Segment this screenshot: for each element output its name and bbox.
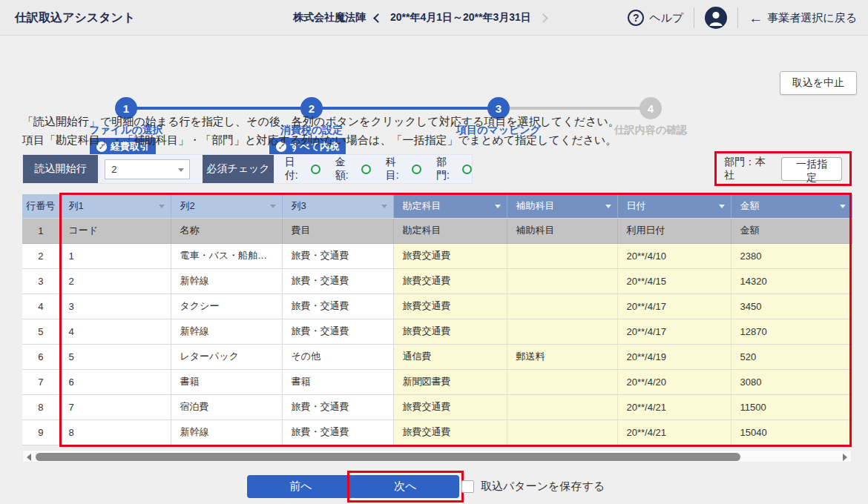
cell-subaccount bbox=[507, 243, 617, 268]
department-label: 部門：本社 bbox=[724, 156, 774, 182]
chevron-down-icon bbox=[159, 205, 165, 208]
row-number-cell: 6 bbox=[22, 344, 59, 369]
table-row: 54新幹線旅費・交通費旅費交通費20**/4/1712870 bbox=[22, 319, 852, 344]
cell-subaccount bbox=[507, 420, 617, 445]
check-account-label: 科目: bbox=[386, 156, 408, 182]
step-connector-1-2 bbox=[126, 107, 312, 110]
horizontal-scrollbar[interactable] bbox=[22, 450, 852, 462]
cell-col3: 旅費・交通費 bbox=[282, 294, 393, 319]
row-number-cell: 2 bbox=[22, 243, 59, 268]
prev-period-chevron-icon[interactable] bbox=[373, 13, 383, 23]
cell-subaccount bbox=[507, 394, 617, 420]
scroll-right-arrow-icon[interactable] bbox=[843, 454, 847, 461]
cell-subaccount: 補助科目 bbox=[507, 218, 617, 243]
cell-account: 旅費交通費 bbox=[393, 243, 507, 268]
help-label: ヘルプ bbox=[649, 11, 683, 25]
column-header-amount[interactable]: 金額 bbox=[731, 194, 852, 218]
cell-col3: 書籍 bbox=[282, 369, 393, 394]
cell-amount: 520 bbox=[731, 344, 852, 369]
chevron-down-icon bbox=[719, 205, 725, 208]
department-bulk-assign-box: 部門：本社 一括指定 bbox=[714, 151, 852, 186]
top-right-cluster: ? ヘルプ ← 事業者選択に戻る bbox=[628, 0, 857, 36]
company-name: 株式会社魔法陣 bbox=[293, 11, 366, 24]
help-button[interactable]: ? ヘルプ bbox=[628, 10, 683, 26]
cell-col2: レターパック bbox=[171, 344, 282, 369]
cell-amount: 12870 bbox=[731, 319, 852, 344]
cell-date: 20**/4/15 bbox=[617, 268, 731, 294]
cell-col1: 7 bbox=[59, 394, 171, 420]
row-number-cell: 3 bbox=[22, 268, 59, 294]
column-header-row: 行番号列1列2列3勘定科目補助科目日付金額 bbox=[22, 194, 852, 218]
user-avatar[interactable] bbox=[705, 7, 727, 29]
instruction-line-1: 「読込開始行」で明細の始まる行を指定し、その後、各列のボタンをクリックして対応す… bbox=[22, 112, 619, 130]
cell-amount: 14320 bbox=[731, 268, 852, 294]
preview-table: 行番号列1列2列3勘定科目補助科目日付金額 1コード名称費目勘定科目補助科目利用… bbox=[22, 194, 852, 445]
cell-account: 旅費交通費 bbox=[393, 420, 507, 445]
start-row-value: 2 bbox=[111, 164, 116, 175]
cell-account: 旅費交通費 bbox=[393, 319, 507, 344]
cell-amount: 3450 bbox=[731, 294, 852, 319]
step-4-circle: 4 bbox=[640, 97, 662, 119]
cell-col1: 5 bbox=[59, 344, 171, 369]
cell-col1: 6 bbox=[59, 369, 171, 394]
table-row: 87宿泊費旅費・交通費旅費交通費20**/4/2111500 bbox=[22, 394, 852, 420]
next-button[interactable]: 次へ bbox=[352, 475, 459, 498]
cell-account: 勘定科目 bbox=[393, 218, 507, 243]
previous-button[interactable]: 前へ bbox=[247, 475, 355, 498]
cell-col3: 費目 bbox=[282, 218, 393, 243]
table-row: 32新幹線旅費・交通費旅費交通費20**/4/1514320 bbox=[22, 268, 852, 294]
person-icon bbox=[705, 7, 727, 29]
app-title: 仕訳取込アシスタント bbox=[15, 0, 135, 36]
cell-col1: 2 bbox=[59, 268, 171, 294]
cell-date: 20**/4/21 bbox=[617, 420, 731, 445]
cell-date: 20**/4/19 bbox=[617, 344, 731, 369]
row-number-cell: 1 bbox=[22, 218, 59, 243]
abort-import-button[interactable]: 取込を中止 bbox=[780, 71, 857, 95]
chevron-down-icon bbox=[381, 205, 387, 208]
required-check-label: 必須チェック bbox=[203, 155, 273, 183]
cell-date: 20**/4/17 bbox=[617, 294, 731, 319]
start-row-select[interactable]: 2 bbox=[105, 159, 190, 179]
check-date: 日付: bbox=[285, 156, 320, 182]
save-pattern-checkbox[interactable] bbox=[461, 480, 474, 493]
check-amount-label: 金額: bbox=[335, 156, 358, 182]
mapping-control-bar: 読込開始行 2 必須チェック 日付: 金額: 科目: 部門: bbox=[22, 154, 473, 184]
chevron-down-icon bbox=[178, 168, 184, 172]
cell-amount: 11500 bbox=[731, 394, 852, 420]
column-header-col2[interactable]: 列2 bbox=[171, 194, 282, 218]
cell-account: 旅費交通費 bbox=[393, 294, 507, 319]
column-header-col3[interactable]: 列3 bbox=[282, 194, 393, 218]
scroll-left-arrow-icon[interactable] bbox=[27, 454, 31, 461]
row-number-cell: 4 bbox=[22, 294, 59, 319]
cell-date: 20**/4/17 bbox=[617, 319, 731, 344]
step-connector-3-4 bbox=[499, 107, 651, 110]
next-period-chevron-icon[interactable] bbox=[539, 13, 548, 23]
cell-account: 旅費交通費 bbox=[393, 394, 507, 420]
check-date-label: 日付: bbox=[285, 156, 307, 182]
cell-col2: 書籍 bbox=[171, 369, 282, 394]
preview-table-wrap: 行番号列1列2列3勘定科目補助科目日付金額 1コード名称費目勘定科目補助科目利用… bbox=[22, 194, 852, 445]
column-header-account[interactable]: 勘定科目 bbox=[393, 194, 507, 218]
check-account: 科目: bbox=[386, 156, 421, 182]
column-header-date[interactable]: 日付 bbox=[617, 194, 731, 218]
status-ok-icon bbox=[311, 165, 320, 174]
cell-amount: 2380 bbox=[731, 243, 852, 268]
instruction-line-2: 項目「勘定科目」・「補助科目」・「部門」と対応する列がない場合は、「一括指定」で… bbox=[22, 130, 619, 149]
top-bar: 仕訳取込アシスタント 株式会社魔法陣 20**年4月1日～20**年3月31日 … bbox=[0, 0, 868, 36]
source-header-row: 1コード名称費目勘定科目補助科目利用日付金額 bbox=[22, 218, 852, 243]
table-row: 65レターパックその他通信費郵送料20**/4/19520 bbox=[22, 344, 852, 369]
cell-col2: 電車・バス・船舶… bbox=[171, 243, 282, 268]
column-header-subaccount[interactable]: 補助科目 bbox=[507, 194, 617, 218]
cell-col3: 旅費・交通費 bbox=[282, 243, 393, 268]
table-row: 76書籍書籍新聞図書費20**/4/203080 bbox=[22, 369, 852, 394]
start-row-label: 読込開始行 bbox=[23, 155, 98, 183]
cell-date: 20**/4/21 bbox=[617, 394, 731, 420]
row-number-cell: 7 bbox=[22, 369, 59, 394]
back-to-business-select-button[interactable]: ← 事業者選択に戻る bbox=[749, 11, 857, 25]
column-header-col1[interactable]: 列1 bbox=[59, 194, 171, 218]
check-amount: 金額: bbox=[335, 156, 371, 182]
required-check-status: 日付: 金額: 科目: 部門: bbox=[274, 156, 472, 182]
bulk-assign-button[interactable]: 一括指定 bbox=[781, 157, 842, 181]
scrollbar-thumb[interactable] bbox=[36, 453, 740, 461]
row-number-cell: 5 bbox=[22, 319, 59, 344]
